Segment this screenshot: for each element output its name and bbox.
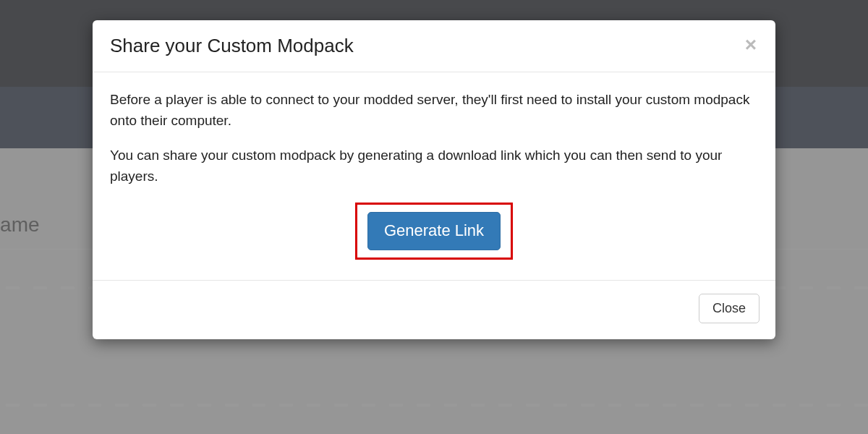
background-dashes-2 xyxy=(0,404,868,407)
modal-paragraph-2: You can share your custom modpack by gen… xyxy=(110,145,758,187)
generate-link-button[interactable]: Generate Link xyxy=(367,212,501,250)
highlight-box: Generate Link xyxy=(355,203,513,259)
modal-header: Share your Custom Modpack × xyxy=(93,20,775,72)
modal-body: Before a player is able to connect to yo… xyxy=(93,72,775,280)
close-button[interactable]: Close xyxy=(699,294,760,323)
modal-footer: Close xyxy=(93,281,775,339)
share-modpack-modal: Share your Custom Modpack × Before a pla… xyxy=(93,20,775,339)
close-icon[interactable]: × xyxy=(742,35,760,55)
modal-paragraph-1: Before a player is able to connect to yo… xyxy=(110,90,758,131)
modal-title: Share your Custom Modpack xyxy=(110,35,354,57)
background-partial-text: and game xyxy=(0,213,40,237)
generate-button-container: Generate Link xyxy=(110,203,758,259)
